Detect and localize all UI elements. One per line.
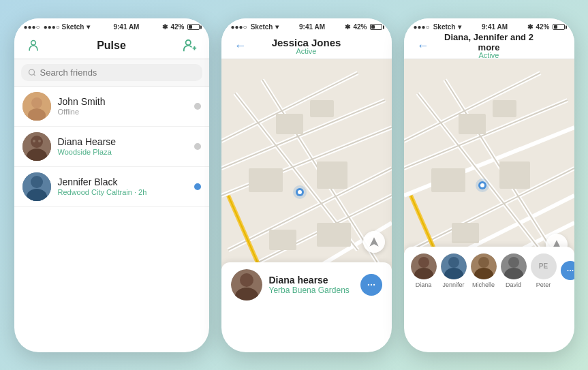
nav-title-area-2: Jessica Jones Active bbox=[250, 37, 363, 55]
avatar-jennifer-img bbox=[22, 172, 51, 201]
time-display-1: 9:41 AM bbox=[113, 23, 139, 31]
friend-info-diana: Diana Hearse Woodside Plaza bbox=[58, 136, 187, 156]
friend-info-jennifer: Jennifer Black Redwood City Caltrain · 2… bbox=[58, 176, 187, 196]
navigate-icon-2 bbox=[369, 236, 380, 247]
phone-middle: ●●●○ Sketch ▾ 9:41 AM ✱ 42% ← Jessica Jo… bbox=[221, 18, 392, 352]
svg-rect-38 bbox=[249, 168, 283, 192]
nav-bar-3: ← Diana, Jennifer and 2 more Active bbox=[404, 33, 574, 59]
svg-point-50 bbox=[373, 283, 374, 285]
friend-dot-diana bbox=[194, 143, 201, 150]
svg-rect-69 bbox=[431, 168, 465, 192]
card-dot-button-2[interactable] bbox=[360, 274, 382, 296]
screen3-subtitle: Active bbox=[433, 51, 546, 59]
map-container-2: Diana hearse Yerba Buena Gardens bbox=[221, 59, 392, 307]
nav-bar-1: Pulse bbox=[14, 33, 209, 59]
svg-point-87 bbox=[567, 270, 568, 271]
svg-point-76 bbox=[418, 257, 429, 268]
friend-item-jennifer[interactable]: Jennifer Black Redwood City Caltrain · 2… bbox=[14, 167, 209, 207]
multi-dot-button-3[interactable] bbox=[561, 261, 574, 280]
svg-point-85 bbox=[508, 257, 519, 268]
search-input-wrap[interactable] bbox=[21, 64, 202, 81]
friend-status-john: Offline bbox=[58, 108, 187, 116]
signal-dots: ●●●○ bbox=[24, 23, 40, 31]
svg-point-82 bbox=[478, 257, 489, 268]
signal-area-3: ●●●○ Sketch ▾ bbox=[414, 23, 462, 31]
person-icon-btn[interactable] bbox=[24, 36, 43, 55]
friend-name-john: John Smith bbox=[58, 96, 187, 107]
friend-name-diana: Diana Hearse bbox=[58, 136, 187, 147]
svg-point-2 bbox=[185, 40, 190, 45]
battery-area-2: ✱ 42% bbox=[345, 23, 382, 31]
avatar-diana bbox=[22, 132, 51, 161]
signal-area: ●●●○ ●●●○ Sketch ▾ bbox=[24, 23, 91, 31]
carrier-name: ●●●○ Sketch bbox=[44, 23, 84, 31]
multi-user-peter[interactable]: PE Peter bbox=[531, 253, 557, 288]
multi-user-jennifer[interactable]: Jennifer bbox=[441, 253, 467, 288]
map-container-3: Diana Jennifer bbox=[404, 59, 574, 294]
add-friend-button[interactable] bbox=[181, 36, 200, 55]
add-friend-icon bbox=[183, 38, 198, 53]
nav-title-area-3: Diana, Jennifer and 2 more Active bbox=[433, 32, 546, 59]
svg-rect-70 bbox=[499, 161, 530, 189]
signal-dots-2: ●●●○ bbox=[231, 23, 247, 31]
avatar-john-img bbox=[22, 92, 51, 121]
bluetooth-icon: ✱ bbox=[162, 23, 168, 31]
multi-user-diana[interactable]: Diana bbox=[411, 253, 437, 288]
card-avatar-img-2 bbox=[231, 269, 262, 300]
multi-users-bar-3: Diana Jennifer bbox=[404, 247, 574, 294]
svg-point-8 bbox=[31, 97, 42, 108]
battery-area-3: ✱ 42% bbox=[527, 23, 564, 31]
friend-info-john: John Smith Offline bbox=[58, 96, 187, 116]
svg-rect-71 bbox=[452, 223, 479, 243]
svg-point-89 bbox=[572, 270, 573, 271]
wifi-symbol-2: ▾ bbox=[275, 23, 279, 31]
multi-dot-icon-3 bbox=[566, 266, 574, 275]
nav-right-2 bbox=[363, 36, 382, 55]
svg-point-0 bbox=[31, 41, 35, 46]
signal-dots-3: ●●●○ bbox=[414, 23, 430, 31]
signal-area-2: ●●●○ Sketch ▾ bbox=[231, 23, 279, 31]
svg-point-11 bbox=[31, 136, 43, 148]
svg-point-88 bbox=[570, 270, 571, 271]
multi-avatar-diana-img bbox=[411, 253, 437, 279]
svg-point-48 bbox=[367, 283, 369, 285]
battery-percent-1: 42% bbox=[170, 23, 184, 31]
multi-user-david[interactable]: David bbox=[501, 253, 527, 288]
friend-item-diana[interactable]: Diana Hearse Woodside Plaza bbox=[14, 127, 209, 167]
friends-list: John Smith Offline Diana H bbox=[14, 87, 209, 207]
time-display-2: 9:41 AM bbox=[299, 23, 325, 31]
bluetooth-icon-3: ✱ bbox=[527, 23, 533, 31]
svg-point-5 bbox=[29, 69, 34, 74]
screen2-subtitle: Active bbox=[250, 47, 363, 55]
phone-right: ●●●○ Sketch ▾ 9:41 AM ✱ 42% ← Diana, Jen… bbox=[404, 18, 574, 352]
bottom-card-2: Diana hearse Yerba Buena Gardens bbox=[221, 262, 392, 307]
svg-point-16 bbox=[31, 176, 43, 188]
multi-label-michelle: Michelle bbox=[472, 281, 495, 288]
multi-label-david: David bbox=[506, 281, 521, 288]
svg-rect-40 bbox=[269, 230, 296, 250]
multi-avatar-jennifer bbox=[441, 253, 467, 279]
battery-icon-3 bbox=[553, 24, 565, 30]
svg-point-74 bbox=[480, 183, 484, 187]
multi-label-diana: Diana bbox=[416, 281, 432, 288]
search-input[interactable] bbox=[40, 67, 196, 78]
multi-user-michelle[interactable]: Michelle bbox=[471, 253, 497, 288]
card-location-2: Yerba Buena Gardens bbox=[269, 286, 354, 295]
svg-rect-68 bbox=[493, 100, 516, 117]
friend-status-jennifer: Redwood City Caltrain · 2h bbox=[58, 188, 187, 196]
svg-rect-67 bbox=[459, 114, 486, 134]
phone-left: ●●●○ ●●●○ Sketch ▾ 9:41 AM ✱ 42% Pulse bbox=[14, 18, 209, 352]
back-button-2[interactable]: ← bbox=[231, 36, 250, 55]
multi-avatar-david-img bbox=[501, 253, 527, 279]
navigate-button-2[interactable] bbox=[363, 231, 385, 253]
battery-icon-1 bbox=[187, 24, 200, 30]
person-icon bbox=[27, 39, 40, 52]
multi-avatar-david bbox=[501, 253, 527, 279]
nav-right-3 bbox=[546, 36, 565, 55]
friend-item-john[interactable]: John Smith Offline bbox=[14, 87, 209, 127]
battery-icon-2 bbox=[370, 24, 382, 30]
svg-point-13 bbox=[33, 140, 35, 142]
back-button-3[interactable]: ← bbox=[414, 36, 433, 55]
battery-percent-2: 42% bbox=[353, 23, 367, 31]
card-info-2: Diana hearse Yerba Buena Gardens bbox=[269, 275, 354, 295]
